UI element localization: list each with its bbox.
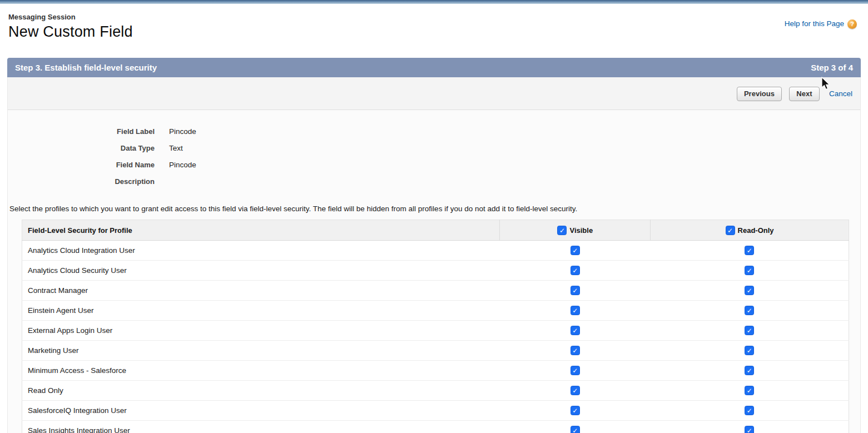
read-only-cell: ✓ [651,321,849,341]
profile-row: Sales Insights Integration User ✓ ✓ [22,421,849,433]
read-only-select-all-checkbox[interactable]: ✓ [726,226,735,235]
read-only-checkbox[interactable]: ✓ [745,326,754,335]
visible-select-all-checkbox[interactable]: ✓ [557,226,567,235]
read-only-cell: ✓ [651,381,849,401]
field-name-value: Pincode [169,161,196,169]
cancel-link[interactable]: Cancel [829,89,852,98]
visible-cell: ✓ [500,261,651,281]
instruction-text: Select the profiles to which you want to… [8,197,860,220]
field-summary: Field Label Pincode Data Type Text Field… [8,110,860,197]
visible-cell: ✓ [500,421,651,433]
field-level-security-table: Field-Level Security for Profile ✓ Visib… [22,220,849,433]
read-only-checkbox[interactable]: ✓ [745,266,754,275]
column-header-visible: ✓ Visible [500,220,651,241]
visible-checkbox[interactable]: ✓ [571,346,580,355]
visible-cell: ✓ [500,241,651,261]
visible-cell: ✓ [500,381,651,401]
visible-cell: ✓ [500,321,651,341]
field-label-value: Pincode [169,127,196,136]
visible-checkbox[interactable]: ✓ [571,386,580,395]
field-name-label: Field Name [8,161,169,169]
profile-row: Read Only ✓ ✓ [22,381,849,401]
read-only-cell: ✓ [651,341,849,361]
wizard-body: Previous Next Cancel Field Label Pincode… [7,77,861,433]
read-only-checkbox[interactable]: ✓ [745,366,754,375]
read-only-cell: ✓ [651,401,849,421]
profile-row: Minimum Access - Salesforce ✓ ✓ [22,361,849,381]
profile-row: SalesforceIQ Integration User ✓ ✓ [22,401,849,421]
visible-checkbox[interactable]: ✓ [571,286,580,295]
summary-row-data-type: Data Type Text [8,141,860,158]
profile-name: Minimum Access - Salesforce [22,361,500,381]
read-only-checkbox[interactable]: ✓ [745,406,754,415]
read-only-checkbox[interactable]: ✓ [745,306,754,315]
visible-column-label: Visible [569,226,593,235]
wizard-button-row: Previous Next Cancel [8,77,860,110]
read-only-cell: ✓ [651,281,849,301]
read-only-checkbox[interactable]: ✓ [745,246,754,255]
wizard-step-title: Step 3. Establish field-level security [15,63,157,72]
wizard-step-header: Step 3. Establish field-level security S… [7,58,861,77]
data-type-label: Data Type [8,144,169,152]
profile-name: Analytics Cloud Integration User [22,241,500,261]
profile-name: SalesforceIQ Integration User [22,401,500,421]
visible-checkbox[interactable]: ✓ [571,406,580,415]
profile-name: External Apps Login User [22,321,500,341]
profile-row: Analytics Cloud Security User ✓ ✓ [22,261,849,281]
read-only-cell: ✓ [651,421,849,433]
visible-checkbox[interactable]: ✓ [571,246,580,255]
profile-name: Contract Manager [22,281,500,301]
page-title: New Custom Field [8,23,133,41]
column-header-read-only: ✓ Read-Only [651,220,849,241]
profile-row: Analytics Cloud Integration User ✓ ✓ [22,241,849,261]
profile-row: Marketing User ✓ ✓ [22,341,849,361]
data-type-value: Text [169,144,183,152]
visible-cell: ✓ [500,301,651,321]
profile-row: Contract Manager ✓ ✓ [22,281,849,301]
read-only-cell: ✓ [651,361,849,381]
read-only-checkbox[interactable]: ✓ [745,286,754,295]
visible-cell: ✓ [500,401,651,421]
wizard-step-indicator: Step 3 of 4 [811,63,853,72]
visible-checkbox[interactable]: ✓ [571,266,580,275]
title-block: Messaging Session New Custom Field [8,13,133,58]
read-only-column-label: Read-Only [738,226,774,235]
visible-checkbox[interactable]: ✓ [571,426,580,433]
visible-cell: ✓ [500,361,651,381]
summary-row-field-label: Field Label Pincode [8,125,860,141]
table-header-row: Field-Level Security for Profile ✓ Visib… [22,220,849,241]
visible-cell: ✓ [500,281,651,301]
read-only-cell: ✓ [651,261,849,281]
browser-chrome-strip [0,0,868,4]
column-header-profile: Field-Level Security for Profile [22,220,500,241]
profile-name: Sales Insights Integration User [22,421,500,433]
profile-name: Read Only [22,381,500,401]
profile-name: Analytics Cloud Security User [22,261,500,281]
visible-checkbox[interactable]: ✓ [571,366,580,375]
wizard-section: Step 3. Establish field-level security S… [7,58,861,433]
previous-button[interactable]: Previous [737,87,782,101]
read-only-checkbox[interactable]: ✓ [745,386,754,395]
next-button[interactable]: Next [789,87,819,101]
read-only-checkbox[interactable]: ✓ [745,346,754,355]
profile-row: External Apps Login User ✓ ✓ [22,321,849,341]
read-only-cell: ✓ [651,301,849,321]
profile-name: Einstein Agent User [22,301,500,321]
read-only-checkbox[interactable]: ✓ [745,426,754,433]
page-header: Messaging Session New Custom Field Help … [0,4,868,58]
profile-name: Marketing User [22,341,500,361]
breadcrumb: Messaging Session [8,13,133,21]
read-only-cell: ✓ [651,241,849,261]
profile-row: Einstein Agent User ✓ ✓ [22,301,849,321]
description-label: Description [8,177,169,186]
field-label-label: Field Label [8,127,169,136]
visible-cell: ✓ [500,341,651,361]
visible-checkbox[interactable]: ✓ [571,326,580,335]
visible-checkbox[interactable]: ✓ [571,306,580,315]
help-area: Help for this Page ? [785,13,859,58]
help-for-this-page-link[interactable]: Help for this Page [785,19,844,28]
summary-row-field-name: Field Name Pincode [8,158,860,175]
help-question-icon[interactable]: ? [847,19,857,29]
summary-row-description: Description [8,175,860,191]
